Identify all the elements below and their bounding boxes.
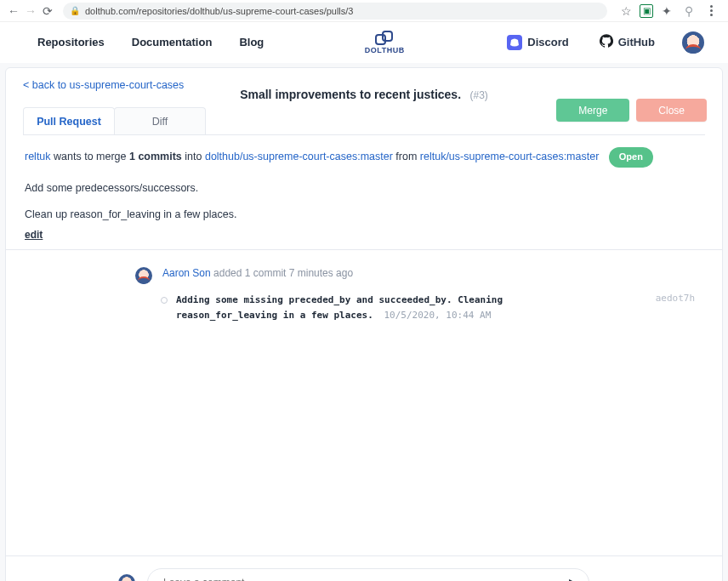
- commit-author-avatar[interactable]: [135, 267, 152, 284]
- nav-discord[interactable]: Discord: [492, 35, 583, 50]
- comment-bar: ▶: [6, 556, 722, 581]
- discord-icon: [507, 35, 522, 50]
- commit-timestamp: 10/5/2020, 10:44 AM: [384, 310, 491, 321]
- url-text: dolthub.com/repositories/dolthub/us-supr…: [85, 6, 600, 16]
- pr-body: reltuk wants to merge 1 commits into dol…: [6, 135, 722, 250]
- tab-diff[interactable]: Diff: [114, 107, 206, 134]
- send-icon[interactable]: ▶: [569, 576, 578, 581]
- commit-bullet-icon: [161, 297, 168, 304]
- pr-author-link[interactable]: reltuk: [25, 151, 51, 162]
- chrome-menu-icon[interactable]: [702, 3, 719, 20]
- commit-hash[interactable]: aedot7h: [656, 293, 703, 304]
- edit-description-link[interactable]: edit: [25, 229, 43, 241]
- pr-description-line: Clean up reason_for_leaving in a few pla…: [25, 206, 703, 224]
- pr-description-line: Add some predecessors/successors.: [25, 179, 703, 197]
- tab-pull-request[interactable]: Pull Request: [23, 107, 115, 134]
- comment-input[interactable]: [162, 576, 569, 581]
- pr-title: Small improvements to recent justices.: [240, 88, 461, 101]
- commit-count: 1 commits: [129, 151, 182, 162]
- commit-message: Adding some missing preceded_by and succ…: [176, 293, 542, 322]
- reload-icon[interactable]: ⟳: [39, 3, 56, 20]
- nav-blog[interactable]: Blog: [225, 36, 277, 48]
- extensions-puzzle-icon[interactable]: ✦: [658, 3, 675, 20]
- user-avatar[interactable]: [682, 31, 704, 54]
- lock-icon: 🔒: [70, 6, 80, 15]
- pr-number: (#3): [469, 89, 487, 101]
- extension-icon[interactable]: ▣: [640, 4, 653, 18]
- browser-toolbar: ← → ⟳ 🔒 dolthub.com/repositories/dolthub…: [0, 0, 728, 22]
- nav-documentation[interactable]: Documentation: [118, 36, 226, 48]
- pull-request-card: < back to us-supreme-court-cases Small i…: [5, 67, 723, 581]
- commit-author-link[interactable]: Aaron Son: [162, 267, 211, 279]
- merge-line: reltuk wants to merge 1 commits into dol…: [25, 147, 703, 168]
- site-nav: Repositories Documentation Blog DOLTHUB …: [0, 22, 728, 63]
- pr-status-badge: Open: [609, 147, 653, 168]
- dolthub-logo-icon: [375, 31, 394, 46]
- github-icon: [600, 34, 613, 50]
- activity-header: Aaron Son added 1 commit 7 minutes ago: [162, 267, 353, 279]
- forward-icon: →: [22, 3, 39, 20]
- chrome-profile-icon[interactable]: ⚲: [680, 3, 697, 20]
- close-button[interactable]: Close: [636, 99, 707, 122]
- back-icon[interactable]: ←: [5, 3, 22, 20]
- brand-text: DOLTHUB: [365, 46, 405, 54]
- current-user-avatar[interactable]: [118, 574, 135, 581]
- nav-github[interactable]: GitHub: [584, 34, 670, 50]
- nav-repositories[interactable]: Repositories: [24, 36, 118, 48]
- back-to-repo-link[interactable]: < back to us-supreme-court-cases: [23, 79, 184, 91]
- url-bar[interactable]: 🔒 dolthub.com/repositories/dolthub/us-su…: [63, 3, 607, 20]
- discord-label: Discord: [527, 36, 568, 48]
- comment-input-wrapper[interactable]: ▶: [147, 568, 589, 581]
- brand-logo[interactable]: DOLTHUB: [277, 31, 492, 54]
- dest-repo-link[interactable]: dolthub/us-supreme-court-cases:master: [205, 151, 393, 162]
- commit-row: Adding some missing preceded_by and succ…: [161, 293, 703, 322]
- bookmark-star-icon[interactable]: ☆: [617, 3, 634, 20]
- src-repo-link[interactable]: reltuk/us-supreme-court-cases:master: [420, 151, 599, 162]
- merge-button[interactable]: Merge: [556, 99, 629, 122]
- github-label: GitHub: [618, 36, 655, 48]
- activity-feed: Aaron Son added 1 commit 7 minutes ago A…: [6, 250, 722, 556]
